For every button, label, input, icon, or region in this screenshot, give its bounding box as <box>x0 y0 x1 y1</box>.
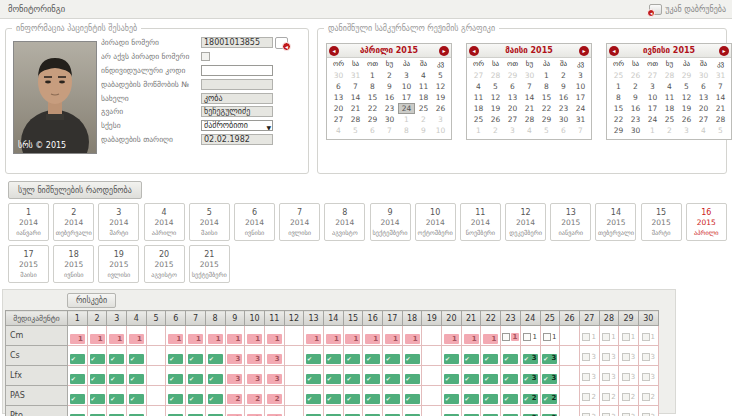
dose-missed-badge[interactable]: 1 <box>345 334 360 344</box>
month-box[interactable]: 172015მაისი <box>8 245 49 283</box>
dose-cell[interactable]: ✔3 <box>540 366 560 386</box>
calendar-day[interactable]: 1 <box>398 114 415 125</box>
dose-cell[interactable]: ✔ <box>481 366 501 386</box>
dose-taken-icon[interactable]: ✔ <box>405 374 420 384</box>
dose-missed-badge[interactable]: 1 <box>483 334 498 344</box>
dose-missed-badge[interactable]: 1 <box>405 334 420 344</box>
calendar-prev-button[interactable]: ◂ <box>469 46 479 56</box>
calendar-day[interactable]: 3 <box>572 70 589 81</box>
calendar-day[interactable]: 4 <box>661 81 678 92</box>
dose-cell[interactable]: 2 <box>638 386 658 406</box>
calendar-day[interactable]: 30 <box>627 125 644 136</box>
dose-cell[interactable]: ✔ <box>107 406 127 416</box>
month-box[interactable]: 102014ოქტომბერი <box>415 203 456 241</box>
month-box[interactable]: 42014აპრილი <box>144 203 185 241</box>
dose-cell[interactable]: ✔ <box>461 386 481 406</box>
calendar-day[interactable]: 16 <box>627 103 644 114</box>
dose-cell[interactable]: 3 <box>264 406 284 416</box>
dose-cell[interactable]: ✔ <box>166 366 186 386</box>
calendar-day[interactable]: 1 <box>364 70 381 81</box>
month-box[interactable]: 212015სექტემბერი <box>189 245 230 283</box>
calendar-day[interactable]: 25 <box>661 114 678 125</box>
calendar-day[interactable]: 2 <box>661 125 678 136</box>
dose-cell[interactable]: ✔ <box>205 366 225 386</box>
dose-cell[interactable]: ✔ <box>205 406 225 416</box>
dose-cell[interactable]: ✔3 <box>540 346 560 366</box>
calendar-day[interactable]: 21 <box>521 103 538 114</box>
calendar-day[interactable]: 5 <box>487 81 504 92</box>
calendar-day[interactable]: 4 <box>415 70 432 81</box>
dose-missed-badge[interactable]: 1 <box>188 334 203 344</box>
dose-missed-badge[interactable]: 3 <box>227 354 242 364</box>
dose-cell[interactable]: ✔ <box>461 406 481 416</box>
dose-cell[interactable]: 1 <box>87 326 107 346</box>
dose-taken-icon[interactable]: ✔ <box>70 354 85 364</box>
dose-taken-icon[interactable]: ✔ <box>70 394 85 404</box>
dose-cell[interactable]: ✔ <box>166 406 186 416</box>
dose-cell[interactable]: 2 <box>264 386 284 406</box>
dose-cell[interactable]: ✔ <box>363 406 383 416</box>
dose-cell[interactable]: 3 <box>225 366 245 386</box>
month-box[interactable]: 82014აგვისტო <box>324 203 365 241</box>
calendar-day[interactable]: 14 <box>712 92 729 103</box>
calendar-day[interactable]: 9 <box>627 92 644 103</box>
calendar-day[interactable]: 21 <box>712 103 729 114</box>
dose-cell[interactable]: 3 <box>619 406 639 416</box>
calendar-day[interactable]: 7 <box>572 125 589 136</box>
dose-cell[interactable]: 1 <box>166 326 186 346</box>
dose-cell[interactable]: ✔ <box>68 386 88 406</box>
calendar-day[interactable]: 3 <box>432 114 449 125</box>
dose-cell[interactable]: 3 <box>638 346 658 366</box>
dose-taken-icon[interactable]: ✔ <box>168 394 183 404</box>
calendar-day[interactable]: 7 <box>347 81 364 92</box>
dose-cell[interactable]: 1 <box>186 326 206 346</box>
dose-cell[interactable]: 1 <box>402 326 422 346</box>
calendar-day[interactable]: 15 <box>610 103 627 114</box>
calendar-day[interactable]: 3 <box>504 125 521 136</box>
dose-cell[interactable]: 1 <box>205 326 225 346</box>
dose-cell[interactable]: ✔ <box>481 406 501 416</box>
dose-cell[interactable]: 3 <box>264 366 284 386</box>
dose-cell[interactable]: ✔ <box>127 406 147 416</box>
dose-cell[interactable]: ✔ <box>304 386 324 406</box>
dose-missed-badge[interactable]: 1 <box>70 334 85 344</box>
dose-cell[interactable]: 2 <box>245 386 265 406</box>
dose-cell[interactable]: ✔ <box>383 366 403 386</box>
dose-taken-icon[interactable]: ✔ <box>109 374 124 384</box>
dose-taken-icon[interactable]: ✔2 <box>542 394 557 404</box>
dose-cell[interactable]: ✔3 <box>520 366 540 386</box>
calendar-day[interactable]: 9 <box>415 125 432 136</box>
dose-taken-icon[interactable]: ✔ <box>168 354 183 364</box>
dose-cell[interactable]: 1 <box>225 326 245 346</box>
calendar-day[interactable]: 5 <box>712 125 729 136</box>
dose-missed-badge[interactable]: 1 <box>109 334 124 344</box>
calendar-day[interactable]: 13 <box>695 92 712 103</box>
dose-cell[interactable]: ✔ <box>87 386 107 406</box>
dose-taken-icon[interactable]: ✔ <box>405 354 420 364</box>
dose-taken-icon[interactable]: ✔ <box>503 354 518 364</box>
totals-button[interactable]: სულ ნიშნულების რაოდენობა <box>8 181 142 199</box>
dose-cell[interactable]: 1 <box>461 326 481 346</box>
calendar-day[interactable]: 7 <box>381 125 398 136</box>
dose-cell[interactable]: ✔ <box>323 346 343 366</box>
calendar-day[interactable]: 9 <box>381 81 398 92</box>
calendar-day[interactable]: 31 <box>572 114 589 125</box>
calendar-day[interactable]: 27 <box>504 114 521 125</box>
dose-taken-icon[interactable]: ✔ <box>129 354 144 364</box>
dose-cell[interactable]: ✔ <box>402 346 422 366</box>
dose-cell[interactable]: ✔3 <box>520 346 540 366</box>
dose-cell[interactable]: 1 <box>579 326 599 346</box>
dose-cell[interactable]: 3 <box>579 366 599 386</box>
calendar-day[interactable]: 27 <box>470 70 487 81</box>
dose-missed-badge[interactable]: 3 <box>247 354 262 364</box>
dose-cell[interactable]: ✔ <box>501 406 521 416</box>
dose-cell[interactable]: 3 <box>245 406 265 416</box>
dose-taken-icon[interactable]: ✔ <box>129 394 144 404</box>
calendar-day[interactable]: 7 <box>521 81 538 92</box>
calendar-day[interactable]: 31 <box>712 70 729 81</box>
calendar-day[interactable]: 19 <box>432 92 449 103</box>
dose-cell[interactable]: ✔ <box>343 386 363 406</box>
dose-cell[interactable]: ✔ <box>343 346 363 366</box>
dose-missed-badge[interactable]: 3 <box>267 354 282 364</box>
dose-taken-icon[interactable]: ✔ <box>464 354 479 364</box>
